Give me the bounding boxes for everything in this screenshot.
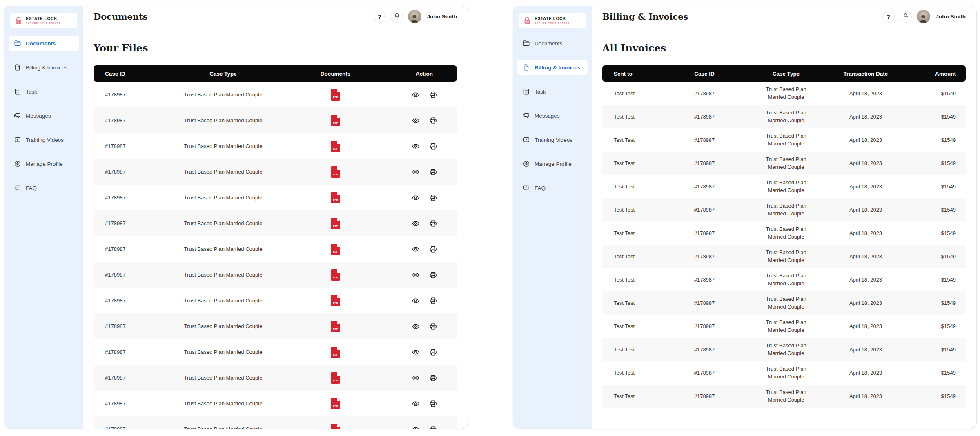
user-name[interactable]: John Smith: [427, 13, 457, 20]
view-button[interactable]: [412, 322, 420, 331]
pdf-file-icon[interactable]: PDF: [331, 424, 340, 429]
print-button[interactable]: [429, 271, 437, 279]
pdf-file-icon[interactable]: PDF: [331, 192, 340, 203]
pdf-file-icon[interactable]: PDF: [331, 269, 340, 281]
folder-icon: [14, 40, 21, 47]
sidebar-item-billing-invoices[interactable]: Billing & Invoices: [9, 60, 79, 75]
cell-case-id: #178987: [664, 160, 745, 166]
eye-icon: [412, 194, 420, 202]
cell-sent-to: Test Test: [602, 253, 664, 259]
pdf-file-icon[interactable]: PDF: [331, 244, 340, 255]
topbar-actions: ? John Smith: [374, 10, 457, 23]
eye-icon: [412, 168, 420, 176]
view-button[interactable]: [412, 91, 420, 99]
brand-logo[interactable]: ESTATE LOCK SECURE YOUR ESTATE: [519, 13, 586, 28]
print-button[interactable]: [429, 245, 437, 253]
sidebar-item-label: Billing & Invoices: [535, 65, 581, 71]
column-header-documents: Documents: [279, 71, 392, 77]
sidebar-item-faq[interactable]: ?FAQ: [517, 180, 588, 196]
sidebar-item-label: Task: [535, 89, 546, 95]
cell-sent-to: Test Test: [602, 137, 664, 143]
cell-case-id: #178987: [664, 137, 745, 143]
print-button[interactable]: [429, 142, 437, 150]
view-button[interactable]: [412, 116, 420, 125]
view-button[interactable]: [412, 142, 420, 150]
cell-action: [392, 245, 457, 253]
print-button[interactable]: [429, 348, 437, 356]
notifications-button[interactable]: [900, 11, 912, 23]
print-button[interactable]: [429, 322, 437, 331]
print-button[interactable]: [429, 116, 437, 125]
print-button[interactable]: [429, 168, 437, 176]
cell-case-id: #178987: [94, 195, 167, 201]
pdf-file-icon[interactable]: PDF: [331, 115, 340, 126]
avatar[interactable]: [917, 10, 930, 23]
pdf-file-icon[interactable]: PDF: [331, 398, 340, 409]
avatar[interactable]: [408, 10, 421, 23]
brand-logo[interactable]: ESTATE LOCK SECURE YOUR ESTATE: [10, 13, 77, 28]
sidebar-item-task[interactable]: Task: [517, 84, 588, 99]
invoice-icon: [14, 64, 21, 71]
table-body: #178987Trust Based Plan Married CouplePD…: [94, 82, 457, 429]
column-header-transaction-date: Transaction Date: [827, 71, 904, 77]
view-button[interactable]: [412, 271, 420, 279]
view-button[interactable]: [412, 400, 420, 408]
print-button[interactable]: [429, 194, 437, 202]
view-button[interactable]: [412, 374, 420, 382]
view-button[interactable]: [412, 297, 420, 305]
pdf-file-icon[interactable]: PDF: [331, 89, 340, 101]
sidebar-item-training-videos[interactable]: Training Videos: [9, 132, 79, 148]
sidebar-item-billing-invoices[interactable]: Billing & Invoices: [517, 60, 588, 75]
print-button[interactable]: [429, 400, 437, 408]
table-row: Test Test#178987Trust Based Plan Married…: [602, 385, 966, 408]
view-button[interactable]: [412, 168, 420, 176]
content: All Invoices Sent to Case ID Case Type T…: [592, 27, 976, 429]
cell-case-type: Trust Based Plan Married Couple: [745, 156, 827, 171]
sidebar-item-documents[interactable]: Documents: [517, 36, 588, 51]
cell-case-type: Trust Based Plan Married Couple: [745, 132, 827, 148]
cell-case-type: Trust Based Plan Married Couple: [167, 426, 279, 429]
print-button[interactable]: [429, 425, 437, 429]
sidebar-item-label: FAQ: [26, 185, 37, 191]
sidebar-item-messages[interactable]: Messages: [9, 108, 79, 123]
sidebar-item-task[interactable]: Task: [9, 84, 79, 99]
sidebar-item-manage-profile[interactable]: Manage Profile: [9, 156, 79, 172]
view-button[interactable]: [412, 219, 420, 228]
eye-icon: [412, 245, 420, 253]
print-button[interactable]: [429, 219, 437, 228]
print-button[interactable]: [429, 374, 437, 382]
cell-case-type: Trust Based Plan Married Couple: [167, 220, 279, 226]
cell-action: [392, 297, 457, 305]
sidebar-item-faq[interactable]: ?FAQ: [9, 180, 79, 196]
pdf-file-icon[interactable]: PDF: [331, 166, 340, 178]
print-button[interactable]: [429, 91, 437, 99]
cell-case-id: #178987: [94, 272, 167, 278]
pdf-file-icon[interactable]: PDF: [331, 372, 340, 384]
view-button[interactable]: [412, 348, 420, 356]
cell-transaction-date: April 18, 2023: [827, 160, 904, 166]
cell-case-type: Trust Based Plan Married Couple: [167, 92, 279, 98]
pdf-file-icon[interactable]: PDF: [331, 347, 340, 358]
svg-text:?: ?: [526, 186, 527, 188]
view-button[interactable]: [412, 425, 420, 429]
cell-case-id: #178987: [664, 393, 745, 399]
cell-transaction-date: April 18, 2023: [827, 137, 904, 143]
help-button[interactable]: ?: [374, 11, 386, 23]
table-row: #178987Trust Based Plan Married CouplePD…: [94, 159, 457, 185]
eye-icon: [412, 142, 420, 150]
print-button[interactable]: [429, 297, 437, 305]
sidebar-item-documents[interactable]: Documents: [9, 36, 79, 51]
pdf-file-icon[interactable]: PDF: [331, 295, 340, 306]
pdf-file-icon[interactable]: PDF: [331, 321, 340, 332]
help-button[interactable]: ?: [882, 11, 895, 23]
sidebar-item-manage-profile[interactable]: Manage Profile: [517, 156, 588, 172]
user-name[interactable]: John Smith: [936, 13, 966, 20]
notifications-button[interactable]: [391, 11, 403, 23]
pdf-file-icon[interactable]: PDF: [331, 218, 340, 229]
sidebar-item-training-videos[interactable]: Training Videos: [517, 132, 588, 148]
sidebar-item-messages[interactable]: Messages: [517, 108, 588, 123]
view-button[interactable]: [412, 245, 420, 253]
pdf-file-icon[interactable]: PDF: [331, 141, 340, 152]
view-button[interactable]: [412, 194, 420, 202]
cell-case-type: Trust Based Plan Married Couple: [745, 202, 827, 218]
